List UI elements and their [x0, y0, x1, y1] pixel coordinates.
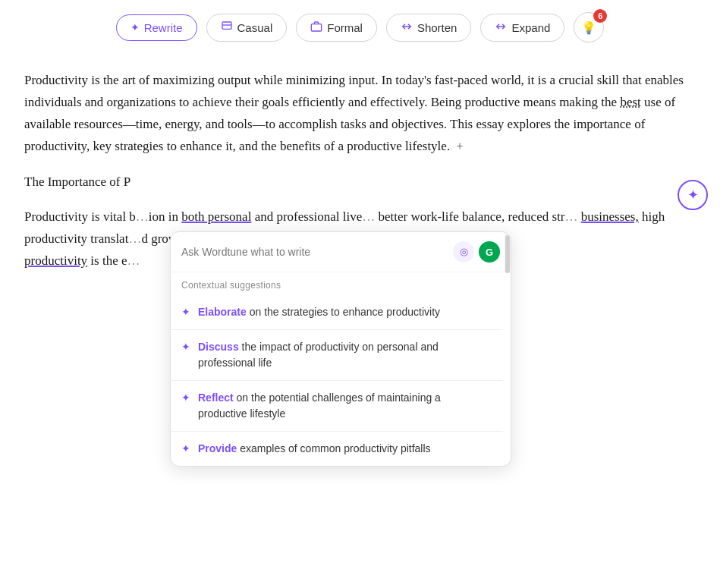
notification-button[interactable]: 💡 6 — [574, 12, 604, 42]
suggestion-1-text: Elaborate on the strategies to enhance p… — [198, 304, 440, 320]
rewrite-icon: ✦ — [130, 21, 140, 33]
suggestion-3-text: Reflect on the potential challenges of m… — [198, 390, 492, 422]
add-button[interactable]: + — [456, 136, 463, 156]
suggestion-2[interactable]: ✦ Discuss the impact of productivity on … — [171, 330, 503, 381]
popup-header: ◎ G — [171, 232, 511, 272]
grammarly-icon: G — [479, 241, 500, 263]
sparkle-icon-4: ✦ — [181, 442, 190, 455]
sparkle-icon-3: ✦ — [181, 391, 190, 404]
suggestion-4[interactable]: ✦ Provide examples of common productivit… — [171, 432, 503, 466]
expand-icon — [495, 20, 507, 35]
sparkle-icon-1: ✦ — [181, 306, 190, 319]
contextual-suggestions-label: Contextual suggestions — [171, 272, 503, 295]
shorten-icon — [401, 20, 413, 35]
wordtune-popup: ◎ G Contextual suggestions ✦ Elaborate o… — [170, 231, 511, 467]
rewrite-button[interactable]: ✦ Rewrite — [116, 14, 197, 41]
suggestion-4-text: Provide examples of common productivity … — [198, 441, 431, 457]
productivity-underline: productivity — [24, 253, 87, 268]
ai-fab-button[interactable]: ✦ — [678, 180, 708, 210]
suggestion-2-text: Discuss the impact of productivity on pe… — [198, 339, 492, 371]
heading-paragraph: The Importance of P — [24, 171, 696, 193]
toolbar: ✦ Rewrite Casual Formal Shorten Expand 💡 — [0, 0, 720, 55]
sparkle-icon-2: ✦ — [181, 341, 190, 354]
suggestion-3[interactable]: ✦ Reflect on the potential challenges of… — [171, 381, 503, 432]
formal-icon — [310, 20, 322, 35]
casual-button[interactable]: Casual — [206, 14, 288, 42]
best-underline: best — [620, 95, 640, 109]
paragraph-1: Productivity is the art of maximizing ou… — [24, 70, 696, 158]
wordtune-sparkle-icon: ◎ — [453, 241, 474, 263]
suggestion-1[interactable]: ✦ Elaborate on the strategies to enhance… — [171, 295, 503, 330]
wordtune-ask-input[interactable] — [181, 246, 447, 258]
notification-badge: 6 — [593, 9, 607, 23]
businesses-underline: businesses, — [581, 209, 639, 224]
shorten-button[interactable]: Shorten — [386, 14, 472, 42]
popup-icon-group: ◎ G — [453, 241, 500, 263]
svg-rect-1 — [312, 24, 322, 30]
formal-button[interactable]: Formal — [296, 14, 377, 42]
popup-scrollbar — [505, 232, 511, 272]
bulb-icon: 💡 — [581, 20, 596, 35]
popup-suggestions-body: Contextual suggestions ✦ Elaborate on th… — [171, 272, 511, 466]
scrollbar-thumb — [505, 235, 510, 273]
expand-button[interactable]: Expand — [480, 14, 564, 42]
casual-icon — [221, 20, 233, 35]
both-personal-highlight: both personal — [181, 209, 251, 224]
sparkle-fab-icon: ✦ — [687, 184, 699, 207]
